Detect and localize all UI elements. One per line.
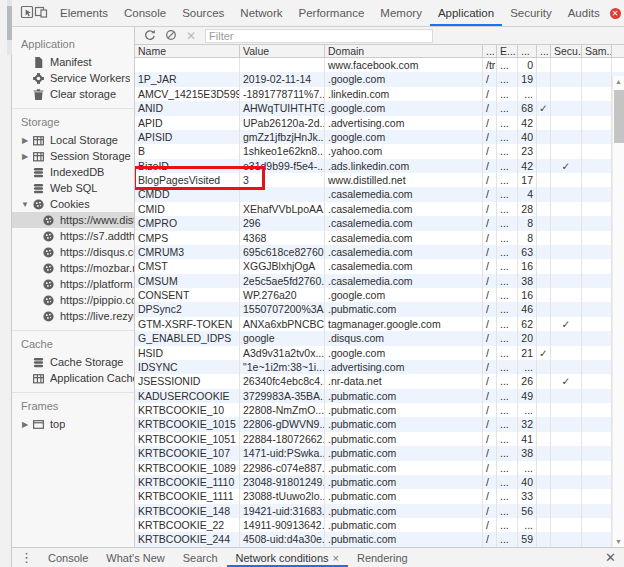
table-row[interactable]: KRTBCOOKIE_101522806-gDWVN9....pubmatic.… bbox=[135, 417, 624, 431]
tab-audits[interactable]: Audits bbox=[560, 0, 608, 26]
drawer-tab-console[interactable]: Console bbox=[39, 548, 97, 567]
sidebar-item-service-workers[interactable]: Service Workers bbox=[12, 70, 134, 86]
table-row[interactable]: CMDD.casalemedia.com/...4 bbox=[135, 187, 624, 201]
table-row[interactable]: KRTBCOOKIE_1022808-NmZmO....pubmatic.com… bbox=[135, 403, 624, 417]
scroll-up-icon[interactable]: ▲ bbox=[613, 76, 624, 87]
drawer-tab-rendering[interactable]: Rendering bbox=[348, 548, 417, 567]
table-row[interactable]: CMSTXGGJBlxhjOgA.casalemedia.com/...16 bbox=[135, 259, 624, 273]
table-row[interactable]: APIDUPab26120a-2d....advertising.com/...… bbox=[135, 116, 624, 130]
table-row[interactable]: KRTBCOOKIE_2444508-uid:d4a30e....pubmati… bbox=[135, 532, 624, 546]
sidebar-item-https-disqus-com[interactable]: https://disqus.com bbox=[12, 244, 134, 260]
table-row[interactable]: G_ENABLED_IDPSgoogle.disqus.com/...20 bbox=[135, 331, 624, 345]
column-header-path[interactable]: ... bbox=[483, 45, 497, 57]
table-row[interactable]: CMPRO296.casalemedia.com/...8 bbox=[135, 216, 624, 230]
drawer-tab-what-s-new[interactable]: What's New bbox=[97, 548, 173, 567]
table-row[interactable]: BizoIDe31d9b99-f5e4-....ads.linkedin.com… bbox=[135, 159, 624, 173]
table-row[interactable]: KRTBCOOKIE_111123088-tUuwo2lo....pubmati… bbox=[135, 489, 624, 503]
sidebar-item-web-sql[interactable]: Web SQL bbox=[12, 180, 134, 196]
sidebar-item-label: Service Workers bbox=[50, 72, 130, 84]
table-row[interactable]: CMRUM3695c618ce82760....casalemedia.com/… bbox=[135, 245, 624, 259]
sidebar-item-session-storage[interactable]: ▶Session Storage bbox=[12, 148, 134, 164]
delete-selected-button[interactable]: ✕ bbox=[186, 29, 196, 43]
drawer-tab-search[interactable]: Search bbox=[174, 548, 227, 567]
drawer-menu-button[interactable]: ⋮ bbox=[20, 550, 33, 565]
table-row[interactable]: ANIDAHWqTUIHTHTG....google.com/...68✓ bbox=[135, 101, 624, 115]
drawer-tab-network-conditions[interactable]: Network conditions× bbox=[227, 548, 348, 567]
column-header-http[interactable]: ... bbox=[537, 45, 551, 57]
table-row[interactable]: KRTBCOOKIE_2214911-90913642....pubmatic.… bbox=[135, 518, 624, 532]
table-row[interactable]: KRTBCOOKIE_1071471-uid:PSwka....pubmatic… bbox=[135, 446, 624, 460]
cell-size: 4 bbox=[518, 187, 537, 201]
column-header-samesite[interactable]: Sam... bbox=[582, 45, 612, 57]
chevron-down-icon[interactable]: ▼ bbox=[20, 200, 30, 209]
table-row[interactable]: KRTBCOOKIE_108922986-c074e887....pubmati… bbox=[135, 461, 624, 475]
tab-application[interactable]: Application bbox=[430, 0, 502, 26]
sidebar-item-label: Manifest bbox=[50, 56, 92, 68]
column-header-value[interactable]: Value bbox=[240, 45, 325, 57]
sidebar-item-https-mozbar-moz-com[interactable]: https://mozbar.moz.com bbox=[12, 260, 134, 276]
issues-badges[interactable]: ✕ 20 17 bbox=[610, 0, 624, 26]
chevron-right-icon[interactable]: ▶ bbox=[20, 420, 30, 429]
table-scrollbar[interactable]: ▲ ▼ bbox=[612, 76, 624, 547]
table-row[interactable]: CMIDXEhafVVbLpoAA....casalemedia.com/...… bbox=[135, 202, 624, 216]
table-row[interactable]: www.facebook.com/tr...0 bbox=[135, 58, 624, 72]
table-row[interactable]: KRTBCOOKIE_105122884-18072662....pubmati… bbox=[135, 432, 624, 446]
table-row[interactable]: KADUSERCOOKIE3729983A-35BA....pubmatic.c… bbox=[135, 389, 624, 403]
sidebar-item-local-storage[interactable]: ▶Local Storage bbox=[12, 132, 134, 148]
table-row[interactable]: BlogPagesVisited3www.distilled.net/...17 bbox=[135, 173, 624, 187]
inspect-element-button[interactable] bbox=[20, 0, 34, 26]
sidebar-item-https-www-distilled-net[interactable]: https://www.distilled.net bbox=[12, 212, 134, 228]
sidebar-item-application-cache[interactable]: Application Cache bbox=[12, 370, 134, 386]
device-toolbar-button[interactable] bbox=[34, 0, 48, 26]
column-header-size[interactable]: ... bbox=[518, 45, 537, 57]
table-row[interactable]: GTM-XSRF-TOKENANXa6xbPNCBC...tagmanager.… bbox=[135, 317, 624, 331]
sidebar-item-top[interactable]: ▶top bbox=[12, 416, 134, 432]
cell-samesite bbox=[582, 446, 612, 460]
table-row[interactable]: KRTBCOOKIE_111023048-91801249....pubmati… bbox=[135, 475, 624, 489]
cell-expires: ... bbox=[497, 360, 518, 374]
table-row[interactable]: HSIDA3d9v31a2tv0x....google.com/...21✓ bbox=[135, 346, 624, 360]
table-row[interactable]: 1P_JAR2019-02-11-14.google.com/...19 bbox=[135, 72, 624, 86]
sidebar-item-https-live-rezync-com[interactable]: https://live.rezync.com bbox=[12, 308, 134, 324]
table-row[interactable]: IDSYNC"1e~1i2m:38~1i....advertising.com/… bbox=[135, 360, 624, 374]
filter-input[interactable] bbox=[205, 29, 433, 43]
tab-performance[interactable]: Performance bbox=[291, 0, 373, 26]
tab-elements[interactable]: Elements bbox=[52, 0, 116, 26]
chevron-right-icon[interactable]: ▶ bbox=[20, 152, 30, 161]
table-row[interactable]: KRTBCOOKIE_14819421-uid:31683....pubmati… bbox=[135, 504, 624, 518]
column-header-domain[interactable]: Domain bbox=[325, 45, 483, 57]
sidebar-item-indexeddb[interactable]: IndexedDB bbox=[12, 164, 134, 180]
table-row[interactable]: CONSENTWP.276a20.google.com/...16 bbox=[135, 288, 624, 302]
tab-security[interactable]: Security bbox=[502, 0, 560, 26]
scroll-down-icon[interactable]: ▼ bbox=[613, 536, 624, 547]
tab-sources[interactable]: Sources bbox=[174, 0, 232, 26]
table-row[interactable]: CMSUM2e5c5ae5fd2760....casalemedia.com/.… bbox=[135, 274, 624, 288]
sidebar-item-https-pippio-com[interactable]: https://pippio.com bbox=[12, 292, 134, 308]
chevron-right-icon[interactable]: ▶ bbox=[20, 136, 30, 145]
tab-network[interactable]: Network bbox=[232, 0, 290, 26]
table-row[interactable]: CMPS4368.casalemedia.com/...8 bbox=[135, 231, 624, 245]
table-row[interactable]: JSESSIONID26340fc4ebc8c4....nr-data.net/… bbox=[135, 374, 624, 388]
sidebar-item-clear-storage[interactable]: Clear storage bbox=[12, 86, 134, 102]
table-row[interactable]: AMCV_14215E3D5995...-1891778711%7....lin… bbox=[135, 87, 624, 101]
sidebar-item-cookies[interactable]: ▼Cookies bbox=[12, 196, 134, 212]
sidebar-item-https-platform-twitter-com[interactable]: https://platform.twitter.com bbox=[12, 276, 134, 292]
clear-cookies-button[interactable] bbox=[165, 29, 177, 43]
sidebar-item-https-s7-addthis-com[interactable]: https://s7.addthis.com bbox=[12, 228, 134, 244]
cell-value: e31d9b99-f5e4-... bbox=[240, 159, 325, 173]
column-header-secure[interactable]: Secu... bbox=[551, 45, 582, 57]
column-header-expires[interactable]: E... bbox=[497, 45, 518, 57]
column-header-name[interactable]: Name bbox=[135, 45, 240, 57]
drawer-close-button[interactable]: ✕ bbox=[605, 550, 616, 565]
table-row[interactable]: DPSync21550707200%3A....pubmatic.com/...… bbox=[135, 302, 624, 316]
tab-console[interactable]: Console bbox=[116, 0, 174, 26]
table-row[interactable]: B1shkeo1e62kn8....yahoo.com/...23 bbox=[135, 144, 624, 158]
tab-memory[interactable]: Memory bbox=[372, 0, 430, 26]
cell-secure bbox=[551, 389, 582, 403]
drawer-tab-close-icon[interactable]: × bbox=[333, 552, 339, 564]
sidebar-item-manifest[interactable]: Manifest bbox=[12, 54, 134, 70]
scrollbar-thumb[interactable] bbox=[614, 90, 624, 143]
table-row[interactable]: APISIDgmZz1jfbzjHnJk....google.com/...40 bbox=[135, 130, 624, 144]
refresh-button[interactable] bbox=[144, 29, 156, 43]
sidebar-item-cache-storage[interactable]: Cache Storage bbox=[12, 354, 134, 370]
